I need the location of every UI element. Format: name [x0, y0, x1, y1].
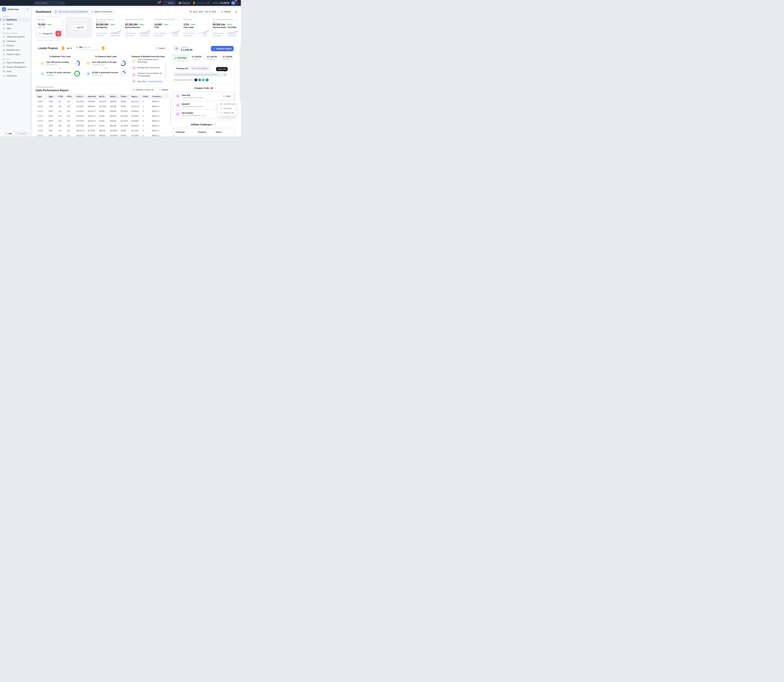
drag-handle-icon[interactable] [176, 19, 178, 21]
cell-date: 01/10/20… [36, 114, 47, 119]
delete-kpi-button[interactable] [56, 31, 61, 37]
share-x-icon[interactable]: X [195, 78, 197, 81]
info-icon [54, 11, 57, 13]
drag-handle-icon[interactable] [147, 19, 149, 21]
sidebar-item-email[interactable]: Email [1, 69, 29, 73]
menu-item-shorten-link[interactable]: Shorten Link [219, 111, 235, 115]
org-switcher[interactable]: AC Acme Corp [0, 6, 30, 13]
theme-dark-option[interactable]: Dark [16, 132, 29, 135]
kpi-horizontal-scrollbar[interactable] [36, 40, 61, 41]
cell-cpas: 112 [65, 133, 75, 137]
chat-button[interactable]: 3 [157, 2, 160, 4]
info-icon[interactable]: i [216, 58, 218, 60]
column-header[interactable]: Date [36, 94, 47, 99]
column-header[interactable]: Withdra… [108, 94, 119, 99]
cell-first-dep: $179750 [75, 123, 86, 128]
avatar[interactable]: OR [231, 1, 235, 5]
table-scrollbar[interactable] [170, 98, 171, 125]
cell-commission: $94321.1 [150, 133, 169, 137]
theme-toggle[interactable]: Light Dark [1, 131, 29, 135]
search-box[interactable] [34, 1, 65, 5]
sidebar-item-products[interactable]: Products [1, 43, 29, 48]
add-kpi-button[interactable]: Add KPI [71, 25, 86, 30]
tab-refer-sub-affiliates[interactable]: Refer Sub Affiliates [190, 67, 210, 70]
menu-item-get-qr-code[interactable]: Get QR Code [219, 102, 235, 106]
sidebar-item-reports[interactable]: Reports [1, 22, 29, 26]
copy-link-icon[interactable] [224, 73, 226, 76]
report-expand-button[interactable]: Expand [156, 88, 170, 92]
link-options-button[interactable] [228, 72, 234, 77]
org-name: Acme Corp [7, 8, 25, 11]
theme-light-option[interactable]: Light [2, 132, 15, 135]
date-range-button[interactable]: Jan 6, 2024 – Jan 13, 2024 [188, 10, 218, 14]
column-header[interactable]: FTDs [56, 94, 65, 99]
sidebar-item-loyalty-program[interactable]: Loyalty Program [1, 53, 29, 56]
tab-tracking-link[interactable]: Tracking Link [174, 67, 190, 70]
copy-coupon-button[interactable]: Copy [221, 94, 232, 99]
kpi-card[interactable]: Spread Revenue (USD) $3,280,000 +100% Sp… [123, 17, 150, 38]
kpi-card-signups-selected[interactable]: Sign-Ups 78,500 +100% Sign-Ups Current m… [36, 17, 63, 38]
language-selector[interactable]: Eng (US) [179, 2, 190, 4]
page-scrollbar[interactable] [240, 46, 241, 100]
sidebar-item-payout-management[interactable]: Payout Management [1, 61, 29, 65]
column-header[interactable]: Deposits [86, 94, 97, 99]
info-icon[interactable]: i [231, 58, 233, 60]
drag-handle-icon[interactable] [235, 19, 236, 21]
sidebar-item-revenue-management[interactable]: Revenue Management [1, 65, 29, 69]
request-payout-button[interactable]: Request Payout [211, 46, 234, 51]
kpi-card[interactable]: Net Deposits (Deposits – Withdrawals) $9… [94, 17, 121, 38]
help-icon[interactable]: ? [207, 2, 209, 4]
sidebar-item-offers[interactable]: Offers [1, 27, 29, 30]
columns-button[interactable]: Columns: 9 out of 19 [131, 88, 155, 92]
kpi-value: 5.2% [184, 23, 189, 26]
cell-date: 01/10/20… [36, 119, 47, 123]
column-header[interactable]: Signups1 [47, 94, 56, 99]
drag-handle-icon[interactable] [206, 19, 207, 21]
commission-deal-link[interactable]: Commission Deal [147, 80, 163, 83]
rewards-list[interactable]: +5% Commission Boost (Recurring) Monthly… [130, 59, 167, 83]
sidebar-item-affiliate-management[interactable]: Affiliate Management [1, 35, 29, 39]
challenge-row[interactable]: 35% Copy Rate 2d left [174, 135, 234, 136]
period-button[interactable]: Weekly [219, 10, 232, 14]
share-whatsapp-icon[interactable] [202, 78, 205, 81]
column-header[interactable]: CPAs [65, 94, 75, 99]
kpi-edit-overlay: Change KPI [37, 31, 61, 37]
user-menu[interactable]: OR 12 [231, 0, 239, 5]
column-header[interactable]: SpreadUSD [129, 94, 141, 99]
column-header[interactable]: Net Dep… [97, 94, 108, 99]
sidebar-item-advertisers[interactable]: Advertisers [1, 39, 29, 43]
kpi-card[interactable]: Top Trading Instrument (by Lots) 98,300 … [211, 17, 238, 38]
column-header[interactable]: Commiss… [150, 94, 169, 99]
sidebar-item-notifications[interactable]: Notifications [1, 74, 29, 78]
column-header[interactable]: First Dep… [75, 94, 86, 99]
cell-cpas: 112 [65, 128, 75, 133]
cell-signups: 2678 [47, 123, 56, 128]
kpi-card[interactable]: FTDs (Firts-Time Deposits) 16,800 +100% … [152, 17, 180, 38]
search-input[interactable] [36, 2, 61, 4]
switch-old-version-button[interactable]: Switch to Old Version [89, 10, 114, 14]
advance-level-card: To Advance Next Level Earn 300 points in… [84, 54, 128, 83]
share-linkedin-icon[interactable]: in [206, 78, 209, 81]
collapse-sidebar-icon[interactable] [26, 8, 29, 11]
drag-handle-icon[interactable] [118, 19, 120, 21]
menu-item-get-code[interactable]: Get Code [219, 106, 235, 111]
requirement-title: $5,000 in generated revenue [92, 72, 118, 74]
rewards-scrollbar[interactable] [165, 65, 166, 79]
maintain-title: To Maintain This Level [38, 54, 82, 59]
filters-button[interactable] [234, 10, 239, 14]
cell-net-dep: $14965.3 [97, 114, 108, 119]
kpi-card[interactable]: Churn Rate 5.2% +100% Churn Rate Current… [182, 17, 209, 38]
change-kpi-button[interactable]: Change KPI [37, 31, 54, 37]
reward-item: +5% Commission Boost (Recurring) [131, 59, 165, 65]
ask-ai-button[interactable]: Ask AI [163, 1, 175, 5]
loyalty-expand-button[interactable]: Expand [153, 46, 167, 51]
sidebar-item-dashboard[interactable]: Dashboard [1, 18, 29, 22]
share-facebook-icon[interactable]: f [198, 78, 201, 81]
info-icon[interactable]: i [198, 58, 200, 60]
column-header[interactable]: ClientPnl [119, 94, 129, 99]
search-icon[interactable] [61, 2, 63, 4]
column-header[interactable]: Clicks [141, 94, 150, 99]
tracking-link-field[interactable]: fx.demo.track360.pro/sessions/signups?tr… [174, 72, 227, 77]
loyalty-progress-widget[interactable]: ? [193, 2, 209, 4]
sidebar-item-marketing-tools[interactable]: Marketing Tools [1, 48, 29, 52]
